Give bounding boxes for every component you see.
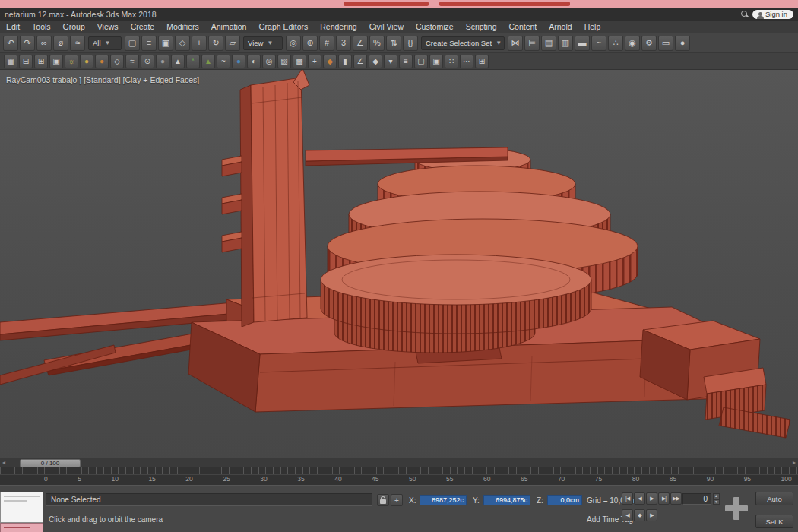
layers-icon[interactable]: ≡ [399,55,413,68]
time-slider-right-arrow-icon[interactable]: ▸ [793,459,796,467]
menu-item[interactable]: Help [578,21,607,33]
frame-spinner[interactable]: ▲ ▼ [713,493,720,505]
named-selection-sets-icon[interactable]: {} [403,36,418,51]
menu-item[interactable]: Scripting [460,21,503,33]
viewport-label[interactable]: RayCam003 trabajo ] [Standard] [Clay + E… [6,75,199,84]
select-and-move-icon[interactable]: + [192,36,207,51]
select-and-scale-icon[interactable]: ▱ [225,36,240,51]
sphere-orange-icon[interactable]: ● [95,55,109,68]
use-pivot-center-icon[interactable]: ◎ [286,36,301,51]
redo-icon[interactable]: ↷ [20,36,35,51]
unlink-selection-icon[interactable]: ⌀ [53,36,68,51]
menu-item[interactable]: Rendering [314,21,363,33]
clone-icon[interactable]: ⊞ [475,55,489,68]
menu-item[interactable]: Views [91,21,125,33]
undo-icon[interactable]: ↶ [3,36,18,51]
viewport-layout-icon[interactable]: ▦ [4,55,17,68]
mirror-icon[interactable]: ⋈ [508,36,523,51]
track-bar[interactable]: 0510152025303540455055606570758085909510… [0,467,798,485]
cone-icon[interactable]: ▲ [171,55,185,68]
magnet-icon[interactable]: ◆ [323,55,337,68]
camera-view-icon[interactable]: ▣ [49,55,63,68]
globe-icon[interactable]: ● [232,55,245,68]
snapshot-icon[interactable]: ▣ [429,55,443,68]
wave-icon[interactable]: ~ [217,55,230,68]
protractor-icon[interactable]: ∠ [353,55,367,68]
angle-snap-icon[interactable]: ∠ [353,36,368,51]
select-and-link-icon[interactable]: ∞ [36,36,52,51]
material-editor-icon[interactable]: ◉ [625,36,640,51]
time-slider[interactable]: ◂ 0 / 100 ▸ [0,458,798,467]
select-object-icon[interactable]: ▢ [125,36,140,51]
maxscript-mini-listener[interactable] [0,492,43,523]
sphere-yellow-icon[interactable]: ● [80,55,93,68]
spinner-snap-icon[interactable]: ⇅ [386,36,401,51]
space-warp-icon[interactable]: ≈ [125,55,139,68]
selection-filter-dropdown[interactable]: All▼ [88,36,122,50]
spinner-up-icon[interactable]: ▲ [713,493,720,499]
system-icon[interactable]: ⊙ [141,55,154,68]
render-production-icon[interactable]: ● [675,36,690,51]
menu-item[interactable]: Arnold [543,21,578,33]
plant-icon[interactable]: * [186,55,200,68]
align-icon[interactable]: ⊨ [524,36,540,51]
light-icon[interactable]: ☼ [65,55,78,68]
select-and-manipulate-icon[interactable]: ⊕ [302,36,318,51]
box-icon[interactable]: ▧ [277,55,291,68]
current-frame-field[interactable]: 0 [682,493,711,505]
split-vertical-icon[interactable]: ⊞ [34,55,48,68]
select-by-name-icon[interactable]: ≡ [141,36,157,51]
x-coordinate-field[interactable]: 8987,252c [420,495,467,505]
set-key-button[interactable]: Set K [755,515,793,528]
split-horizontal-icon[interactable]: ⊟ [19,55,33,68]
search-icon[interactable] [741,11,748,17]
menu-item[interactable]: Tools [26,21,57,33]
ribbon-icon[interactable]: ▬ [575,36,590,51]
viewport-canvas[interactable] [0,70,798,458]
next-frame-button[interactable]: ▶| [658,492,670,505]
snaps-toggle-icon[interactable]: 3 [336,36,351,51]
previous-key-button[interactable]: ◀ [622,509,633,521]
rectangular-selection-icon[interactable]: ▣ [158,36,173,51]
maximize-viewport-toggle[interactable] [724,496,749,521]
menu-item[interactable]: Customize [410,21,460,33]
menu-item[interactable]: Group [57,21,91,33]
array-icon[interactable]: ∷ [445,55,458,68]
helper-icon[interactable]: ◇ [110,55,124,68]
menu-item[interactable]: Civil View [363,21,410,33]
absolute-mode-button[interactable]: + [391,494,403,506]
spinner-down-icon[interactable]: ▼ [713,499,720,505]
go-to-end-button[interactable]: ▶▶ [670,492,682,505]
container-icon[interactable]: ▢ [414,55,428,68]
teapot-icon[interactable]: ● [156,55,169,68]
menu-item[interactable]: Graph Editors [252,21,314,33]
window-crossing-icon[interactable]: ◇ [175,36,190,51]
go-to-start-button[interactable]: |◀ [622,492,633,505]
axis-icon[interactable]: + [308,55,321,68]
keyboard-override-icon[interactable]: # [319,36,334,51]
marker-icon[interactable]: ▾ [384,55,397,68]
layer-explorer-icon[interactable]: ▥ [558,36,573,51]
compass-icon[interactable]: ◆ [369,55,382,68]
bind-to-space-warp-icon[interactable]: ≈ [70,36,85,51]
sign-in-button[interactable]: Sign in [752,10,793,19]
spacing-icon[interactable]: ⋯ [460,55,473,68]
menu-item[interactable]: Edit [0,21,26,33]
y-coordinate-field[interactable]: 6994,875c [483,495,530,505]
selection-lock-button[interactable] [377,494,389,506]
menu-item[interactable]: Modifiers [160,21,205,33]
scene-explorer-icon[interactable]: ▤ [541,36,556,51]
terrain-icon[interactable]: ▲ [201,55,215,68]
menu-item[interactable]: Content [502,21,543,33]
tape-icon[interactable]: ▮ [338,55,352,68]
select-and-rotate-icon[interactable]: ↻ [208,36,223,51]
grid-helper-icon[interactable]: ▩ [293,55,306,68]
percent-snap-icon[interactable]: % [369,36,385,51]
named-selection-set-dropdown[interactable]: Create Selection Set▼ [421,36,505,50]
z-coordinate-field[interactable]: 0,0cm [547,495,582,505]
play-button[interactable]: ▶ [646,492,657,505]
key-filter-button[interactable]: ◆ [634,509,645,521]
menu-item[interactable]: Create [125,21,161,33]
previous-frame-button[interactable]: ◀ [634,492,645,505]
curve-editor-icon[interactable]: ~ [591,36,606,51]
